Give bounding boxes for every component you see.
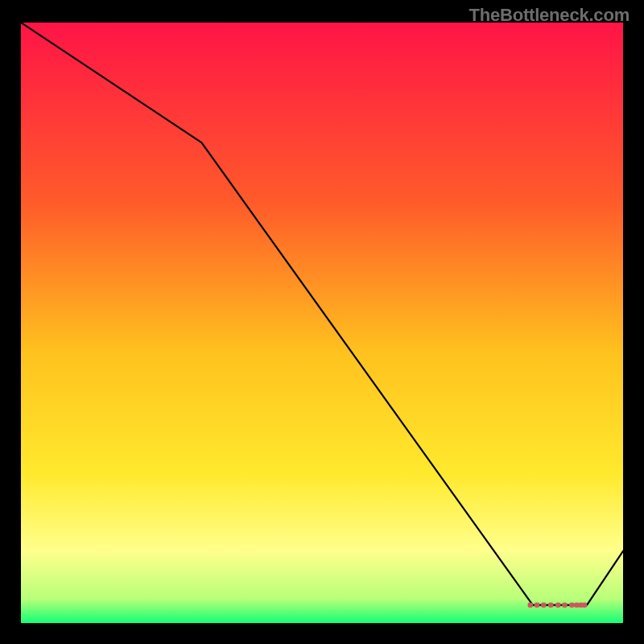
marker-dot	[541, 602, 546, 607]
marker-dot	[548, 602, 553, 607]
chart-area	[21, 23, 623, 623]
marker-dot	[569, 602, 574, 607]
marker-dot	[528, 602, 533, 607]
marker-group	[528, 602, 588, 607]
marker-dot	[535, 602, 539, 607]
gradient-background	[21, 23, 623, 623]
marker-dot	[562, 602, 567, 607]
marker-dot	[555, 602, 560, 607]
marker-dot	[582, 602, 587, 607]
